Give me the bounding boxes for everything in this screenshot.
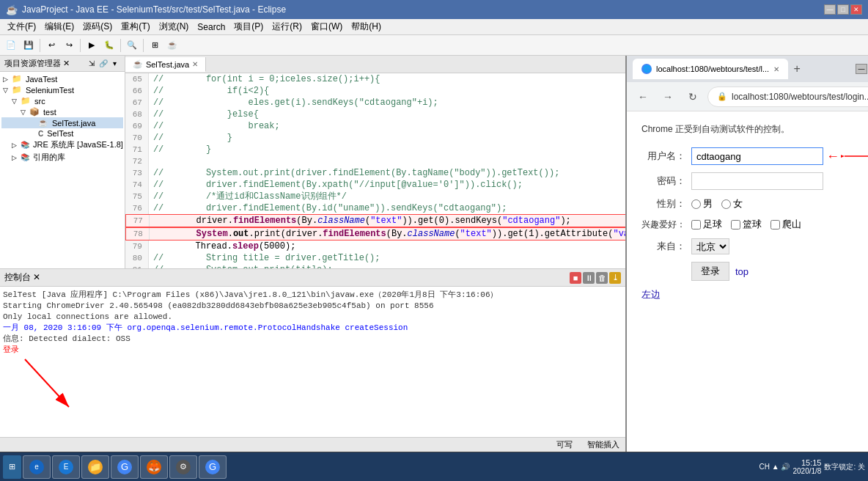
tree-arrow[interactable]: ▽ bbox=[21, 109, 28, 116]
tree-item-javatest[interactable]: ▷ 📁 JavaTest bbox=[1, 73, 123, 84]
tb-perspective[interactable]: ⊞ bbox=[147, 37, 163, 54]
tb-new[interactable]: 📄 bbox=[3, 37, 19, 54]
tree-item-seltest-class[interactable]: C SelTest bbox=[1, 128, 123, 139]
tree-item-seltest-java[interactable]: ☕ SelTest.java bbox=[1, 117, 123, 128]
tb-undo[interactable]: ↩ bbox=[43, 37, 59, 54]
close-button[interactable]: ✕ bbox=[850, 4, 862, 15]
menu-navigate[interactable]: 浏览(N) bbox=[155, 19, 194, 34]
tree-arrow[interactable]: ▽ bbox=[3, 87, 10, 94]
forward-button[interactable]: → bbox=[658, 87, 678, 107]
gender-female-option[interactable]: 女 bbox=[721, 197, 743, 210]
editor-tab-close[interactable]: ✕ bbox=[192, 60, 198, 68]
tb-redo[interactable]: ↪ bbox=[61, 37, 77, 54]
menu-edit[interactable]: 编辑(E) bbox=[40, 19, 78, 34]
tree-arrow[interactable]: ▷ bbox=[12, 154, 19, 161]
editor-tab-label: SelTest.java bbox=[146, 60, 189, 69]
tree-item-src[interactable]: ▽ 📁 src bbox=[1, 95, 123, 106]
browser-tab-title: localhost:1080/webtours/test/l... bbox=[656, 65, 769, 73]
console-suspend-icon[interactable]: ⏸ bbox=[583, 272, 595, 284]
tree-label: SelTest.java bbox=[52, 119, 95, 128]
chrome-automation-notice: Chrome 正受到自动测试软件的控制。 bbox=[641, 123, 868, 136]
tb-save[interactable]: 💾 bbox=[21, 37, 37, 54]
tb-sep3 bbox=[120, 39, 121, 52]
tree-item-test[interactable]: ▽ 📦 test bbox=[1, 106, 123, 117]
hobby-basketball-check[interactable] bbox=[731, 220, 740, 230]
taskbar-firefox[interactable]: 🦊 bbox=[140, 455, 168, 479]
taskbar-chrome1[interactable]: G bbox=[111, 455, 139, 479]
top-link[interactable]: top bbox=[735, 266, 749, 277]
login-button[interactable]: 登录 bbox=[691, 262, 729, 281]
console-clear-icon[interactable]: 🗑 bbox=[596, 272, 608, 284]
link-with-editor-icon[interactable]: 🔗 bbox=[98, 59, 108, 69]
editor-tab-seltest[interactable]: ☕ SelTest.java ✕ bbox=[125, 57, 206, 72]
gender-male-option[interactable]: 男 bbox=[691, 197, 713, 210]
code-line-75: 75 // /*通过id和ClassName识别组件*/ bbox=[125, 191, 625, 202]
left-side-link[interactable]: 左边 bbox=[641, 288, 868, 301]
minimize-button[interactable]: — bbox=[824, 4, 836, 15]
menu-help[interactable]: 帮助(H) bbox=[347, 19, 386, 34]
menu-project[interactable]: 项目(P) bbox=[229, 19, 268, 34]
browser-tab-active[interactable]: 🌐 localhost:1080/webtours/test/l... ✕ bbox=[633, 59, 788, 79]
tree-arrow[interactable]: ▷ bbox=[12, 142, 19, 149]
menu-window[interactable]: 窗口(W) bbox=[306, 19, 347, 34]
back-button[interactable]: ← bbox=[633, 87, 653, 107]
hobby-climbing-check[interactable] bbox=[770, 220, 780, 230]
taskbar-explorer[interactable]: 📁 bbox=[81, 455, 109, 479]
console-line-login: 登录 bbox=[3, 345, 622, 356]
console-scroll-icon[interactable]: ⤓ bbox=[609, 272, 621, 284]
window-controls[interactable]: — □ ✕ bbox=[824, 4, 862, 15]
firefox-icon: 🦊 bbox=[147, 460, 161, 474]
start-button[interactable]: ⊞ bbox=[3, 455, 21, 479]
tree-item-seleniumtest[interactable]: ▽ 📁 SeleniumTest bbox=[1, 84, 123, 95]
view-menu-icon[interactable]: ▾ bbox=[110, 59, 120, 69]
username-arrow-icon: ← bbox=[826, 149, 839, 164]
origin-select-group: 北京 bbox=[691, 238, 729, 254]
tree-arrow[interactable]: ▽ bbox=[12, 98, 19, 105]
gender-female-radio[interactable] bbox=[721, 199, 731, 209]
hobby-basketball[interactable]: 篮球 bbox=[731, 218, 762, 231]
taskbar-chrome2[interactable]: G bbox=[199, 455, 227, 479]
code-line-72: 72 bbox=[125, 155, 625, 167]
tb-sep2 bbox=[80, 39, 81, 52]
tb-search[interactable]: 🔍 bbox=[124, 37, 140, 54]
menu-source[interactable]: 源码(S) bbox=[78, 19, 117, 34]
collapse-all-icon[interactable]: ⇲ bbox=[87, 59, 97, 69]
username-input[interactable] bbox=[691, 147, 823, 165]
taskbar-gear[interactable]: ⚙ bbox=[169, 455, 197, 479]
taskbar-ie[interactable]: e bbox=[23, 455, 51, 479]
console-line-1: Starting ChromeDriver 2.40.565498 (ea082… bbox=[3, 301, 622, 312]
menu-run[interactable]: 运行(R) bbox=[268, 19, 306, 34]
tb-run[interactable]: ▶ bbox=[84, 37, 100, 54]
tree-item-libs[interactable]: ▷ 📚 引用的库 bbox=[1, 151, 123, 164]
address-bar[interactable]: 🔒 localhost:1080/webtours/test/login... bbox=[707, 87, 868, 107]
taskbar-right: CH ▲ 🔊 15:15 2020/1/8 数字锁定: 关 bbox=[760, 458, 865, 475]
password-input[interactable] bbox=[691, 172, 823, 190]
new-tab-button[interactable]: + bbox=[788, 60, 806, 78]
gender-male-radio[interactable] bbox=[691, 199, 701, 209]
browser-tab-close-icon[interactable]: ✕ bbox=[773, 65, 779, 73]
tb-java[interactable]: ☕ bbox=[164, 37, 180, 54]
taskbar-ime-status: 数字锁定: 关 bbox=[824, 462, 865, 472]
address-lock-icon: 🔒 bbox=[717, 92, 727, 101]
toolbar: 📄 💾 ↩ ↪ ▶ 🐛 🔍 ⊞ ☕ bbox=[0, 35, 868, 56]
hobby-climbing[interactable]: 爬山 bbox=[770, 218, 801, 231]
hobby-soccer[interactable]: 足球 bbox=[691, 218, 722, 231]
reload-button[interactable]: ↻ bbox=[683, 87, 703, 107]
tree-item-jre[interactable]: ▷ 📚 JRE 系统库 [JavaSE-1.8] bbox=[1, 139, 123, 151]
maximize-button[interactable]: □ bbox=[837, 4, 849, 15]
code-editor[interactable]: 65 // for(int i = 0;iceles.size();i++){ … bbox=[125, 73, 625, 268]
console-stop-icon[interactable]: ■ bbox=[570, 272, 581, 284]
browser-minimize-button[interactable]: — bbox=[856, 64, 867, 74]
menu-file[interactable]: 文件(F) bbox=[3, 19, 40, 34]
code-line-67: 67 // eles.get(i).sendKeys("cdtaogang"+i… bbox=[125, 97, 625, 109]
menu-search[interactable]: Search bbox=[193, 21, 229, 34]
hobby-soccer-check[interactable] bbox=[691, 220, 701, 230]
origin-select[interactable]: 北京 bbox=[691, 238, 729, 254]
menu-refactor[interactable]: 重构(T) bbox=[117, 19, 154, 34]
taskbar-edge[interactable]: E bbox=[52, 455, 80, 479]
gear-icon: ⚙ bbox=[176, 460, 191, 474]
tree-arrow[interactable]: ▷ bbox=[3, 76, 10, 83]
editor-area: ☕ SelTest.java ✕ 65 // for(int i = 0;ice… bbox=[125, 56, 625, 268]
console-icons: ■ ⏸ 🗑 ⤓ bbox=[570, 272, 621, 284]
tb-debug[interactable]: 🐛 bbox=[101, 37, 117, 54]
